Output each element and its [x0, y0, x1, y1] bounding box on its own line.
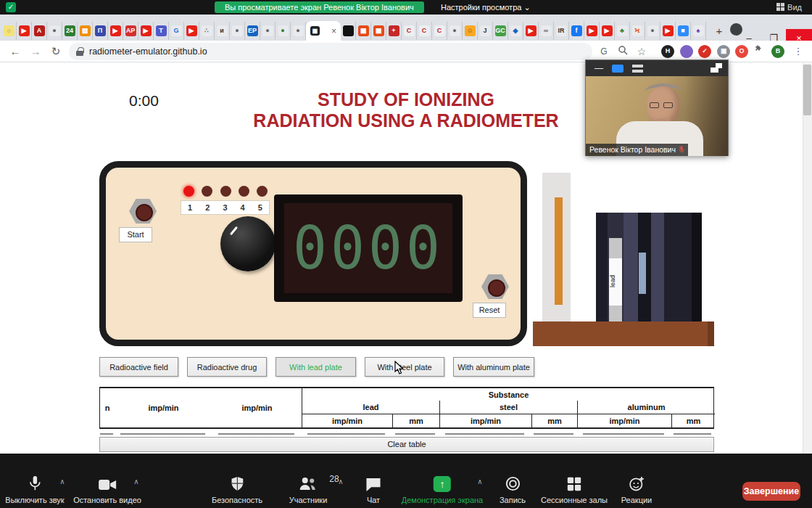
reset-button[interactable] [481, 274, 509, 299]
toolbar-mic[interactable]: Выключить звук [5, 473, 64, 504]
table-input-cell[interactable] [445, 428, 524, 435]
browser-tab[interactable]: IR [554, 22, 569, 40]
avatar[interactable]: B [771, 45, 784, 58]
table-input-cell[interactable] [583, 428, 664, 435]
extension-red-icon[interactable]: ✓ [698, 45, 711, 58]
browser-tab[interactable]: ● [645, 22, 660, 40]
browser-tab[interactable]: АР [123, 22, 138, 40]
browser-tab[interactable]: 24 [62, 22, 78, 40]
active-tab[interactable]: ▦× [306, 21, 341, 41]
video-minimize-icon[interactable]: — [594, 63, 603, 73]
browser-tab[interactable]: ■ [341, 22, 356, 40]
extension-badge-icon[interactable]: ▣ [717, 45, 730, 58]
zoom-page-icon[interactable] [616, 45, 629, 58]
toolbar-reactions[interactable]: Реакции [621, 473, 652, 504]
mode-button-with-lead-plate[interactable]: With lead plate [276, 357, 356, 377]
chevron-up-icon[interactable]: ∧ [477, 478, 482, 486]
url-field[interactable]: radiometer-emulator.github.io [69, 43, 592, 60]
browser-tab[interactable]: ▶ [584, 22, 600, 40]
layout-icon[interactable] [710, 63, 722, 73]
start-button[interactable] [129, 199, 157, 224]
mode-button-radioactive-field[interactable]: Radioactive field [99, 357, 178, 377]
chevron-up-icon[interactable]: ∧ [338, 478, 343, 486]
browser-tab[interactable]: и [215, 22, 230, 40]
extension-purple-icon[interactable] [680, 45, 693, 58]
clear-table-button[interactable]: Clear table [99, 437, 714, 452]
browser-tab[interactable]: ● [260, 22, 276, 40]
video-menu-icon[interactable] [632, 65, 643, 73]
browser-tab[interactable]: ▶ [660, 22, 676, 40]
browser-tab[interactable]: ☺ [463, 22, 478, 40]
table-input-cell[interactable] [218, 428, 295, 435]
participant-video-window[interactable]: — Ревенок Віктор Іванович [585, 60, 729, 156]
mode-button-with-aluminum-plate[interactable]: With aluminum plate [453, 357, 534, 377]
browser-tab[interactable]: ◆ [508, 22, 523, 40]
browser-tab[interactable]: С [417, 22, 432, 40]
browser-tab[interactable]: С [402, 22, 417, 40]
toolbar-chat[interactable]: Чат [365, 473, 382, 504]
range-knob[interactable] [220, 216, 276, 271]
browser-tab[interactable]: ● [230, 22, 245, 40]
browser-tab[interactable]: Ϟ [630, 22, 645, 40]
back-icon[interactable]: ← [7, 44, 23, 60]
view-button[interactable]: Вид [776, 2, 802, 12]
extensions-puzzle-icon[interactable] [754, 45, 767, 58]
table-input-cell[interactable] [120, 428, 204, 435]
kebab-menu-icon[interactable]: ⋮ [792, 45, 805, 58]
mode-button-radioactive-drug[interactable]: Radioactive drug [187, 357, 267, 377]
browser-tab[interactable]: ■ [676, 22, 691, 40]
speaker-view-icon[interactable] [612, 65, 624, 73]
toolbar-record[interactable]: Запись [500, 473, 526, 504]
chevron-up-icon[interactable]: ∧ [59, 478, 65, 486]
browser-tab[interactable]: ▶ [523, 22, 539, 40]
toolbar-shield[interactable]: Безопасность [212, 473, 262, 504]
forward-icon[interactable]: → [28, 44, 44, 60]
lead-plate[interactable]: lead [609, 238, 622, 323]
view-settings-menu[interactable]: Настройки просмотра ⌄ [441, 1, 531, 13]
browser-tab[interactable]: A [32, 22, 47, 40]
end-meeting-button[interactable]: Завершение [742, 482, 800, 501]
browser-tab[interactable]: ∞ [539, 22, 554, 40]
browser-tab[interactable]: f [569, 22, 584, 40]
toolbar-share[interactable]: ↑Демонстрация экрана [402, 473, 483, 504]
browser-tab[interactable]: ♣ [615, 22, 630, 40]
extension-h-icon[interactable]: H [661, 45, 674, 58]
browser-tab[interactable]: ∴ [199, 22, 215, 40]
browser-tab[interactable]: ▶ [184, 22, 199, 40]
browser-tab[interactable]: ♠ [691, 22, 706, 40]
scrollbar-thumb[interactable] [803, 65, 811, 115]
new-tab-button[interactable]: + [710, 22, 728, 40]
table-input-cell[interactable] [534, 428, 573, 435]
toolbar-people[interactable]: 28Участники [289, 473, 328, 504]
extension-o-icon[interactable]: O [735, 45, 748, 58]
table-input-cell[interactable] [307, 428, 386, 435]
toolbar-breakout[interactable]: Сессионные залы [541, 473, 608, 504]
browser-tab[interactable]: ● [276, 22, 291, 40]
browser-tab[interactable]: ▤ [78, 22, 93, 40]
table-input-cell[interactable] [100, 428, 112, 435]
tab-close-icon[interactable]: × [331, 27, 336, 36]
browser-tab[interactable]: ▶ [138, 22, 154, 40]
browser-tab[interactable]: ● [47, 22, 62, 40]
browser-tab[interactable]: ● [291, 22, 306, 40]
browser-tab[interactable]: ▶ [17, 22, 32, 40]
browser-tab[interactable]: ▦ [371, 22, 386, 40]
chevron-up-icon[interactable]: ∧ [133, 478, 138, 486]
browser-tab[interactable]: ЕР [245, 22, 260, 40]
browser-tab[interactable]: GC [493, 22, 508, 40]
browser-tab[interactable]: ● [447, 22, 463, 40]
page-scrollbar[interactable] [803, 63, 812, 454]
translate-icon[interactable]: G [597, 45, 610, 58]
browser-tab[interactable]: ▶ [108, 22, 123, 40]
browser-tab[interactable]: J [478, 22, 493, 40]
bookmark-star-icon[interactable]: ☆ [635, 45, 648, 58]
table-input-cell[interactable] [674, 428, 711, 435]
browser-tab[interactable]: С [432, 22, 447, 40]
reload-icon[interactable]: ↻ [48, 44, 64, 60]
browser-tab[interactable]: ☼ [1, 22, 17, 40]
browser-tab[interactable]: G [169, 22, 184, 40]
table-input-cell[interactable] [395, 428, 436, 435]
browser-tab[interactable]: + [386, 22, 402, 40]
browser-tab[interactable]: П [93, 22, 108, 40]
browser-tab[interactable]: Т [154, 22, 169, 40]
